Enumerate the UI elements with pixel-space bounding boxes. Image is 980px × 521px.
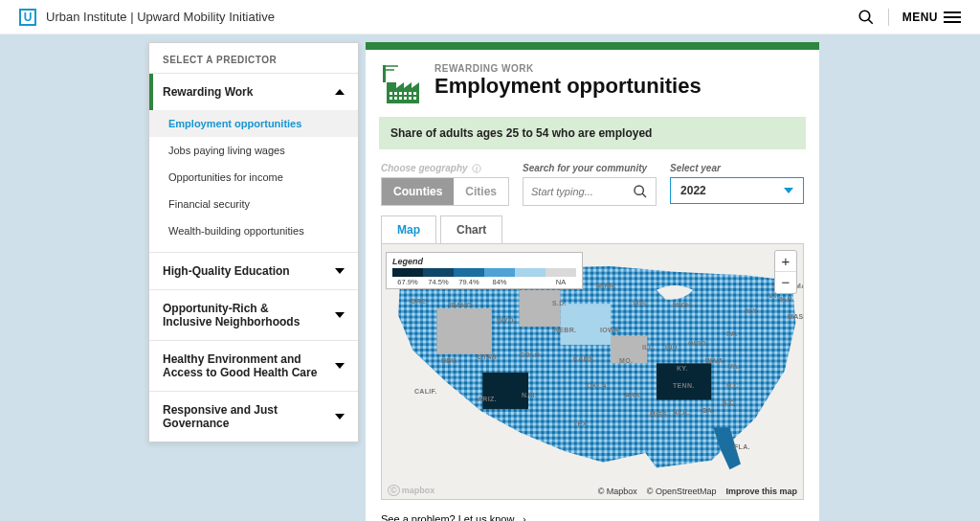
svg-rect-13 (399, 97, 402, 100)
svg-rect-7 (399, 92, 402, 95)
accordion-governance[interactable]: Responsive and Just Governance (149, 391, 358, 442)
svg-rect-8 (404, 92, 407, 95)
community-search[interactable] (523, 177, 657, 206)
svg-rect-26 (611, 336, 647, 364)
year-label: Select year (670, 163, 804, 173)
svg-rect-12 (394, 97, 397, 100)
svg-rect-11 (390, 97, 392, 100)
mapbox-logo: mapbox (388, 486, 434, 495)
svg-rect-24 (482, 373, 528, 409)
choropleth-map[interactable]: WASH.ORE.IDAHOMONT.N.D.S.D.WYO.NEBR.IOWA… (381, 243, 804, 500)
svg-point-0 (859, 11, 870, 21)
svg-rect-28 (561, 304, 612, 345)
tab-map[interactable]: Map (381, 215, 436, 244)
year-value: 2022 (680, 184, 706, 197)
predictor-panel: SELECT A PREDICTOR Rewarding Work Employ… (148, 42, 359, 442)
chevron-down-icon (335, 312, 345, 318)
geo-counties-button[interactable]: Counties (382, 178, 454, 205)
search-label: Search for your community (523, 163, 657, 173)
search-input[interactable] (531, 186, 627, 197)
geo-toggle: Counties Cities (381, 177, 509, 206)
problem-link[interactable]: See a problem? Let us know. › (381, 513, 526, 521)
svg-line-1 (868, 19, 873, 24)
accordion-label: High-Quality Education (163, 264, 290, 278)
map-legend: Legend 67.9%74.5%79.4%84%NA (386, 252, 583, 289)
accordion-label: Opportunity-Rich & Inclusive Neighborhoo… (163, 302, 316, 328)
chevron-down-icon (335, 268, 345, 274)
chevron-down-icon (335, 363, 345, 369)
breadcrumb: REWARDING WORK (434, 63, 702, 74)
svg-rect-6 (394, 92, 397, 95)
geo-label: Choose geography i (381, 163, 509, 173)
app-header: U Urban Institute | Upward Mobility Init… (0, 0, 980, 34)
svg-rect-9 (409, 92, 412, 95)
accent-bar (366, 42, 819, 50)
svg-rect-27 (436, 308, 491, 354)
sidebar-item-employment[interactable]: Employment opportunities (149, 110, 358, 137)
svg-text:i: i (476, 165, 478, 171)
sidebar-item-income[interactable]: Opportunities for income (149, 164, 358, 191)
attrib-osm[interactable]: © OpenStreetMap (647, 487, 717, 496)
svg-rect-16 (413, 97, 416, 100)
brand-logo: U (19, 9, 36, 26)
page-title: Employment opportunities (434, 74, 702, 99)
svg-rect-25 (657, 363, 711, 399)
zoom-in-button[interactable]: + (775, 251, 796, 272)
svg-rect-14 (404, 97, 407, 100)
factory-icon (381, 63, 423, 105)
hamburger-icon (944, 11, 961, 23)
accordion-label: Responsive and Just Governance (163, 403, 335, 430)
search-icon[interactable] (633, 184, 648, 199)
svg-point-19 (635, 186, 643, 194)
chevron-up-icon (335, 89, 345, 95)
chevron-down-icon (784, 188, 793, 193)
accordion-label: Rewarding Work (163, 85, 253, 99)
svg-rect-29 (519, 290, 560, 327)
accordion-education[interactable]: High-Quality Education (149, 252, 358, 289)
sidebar-item-financial-security[interactable]: Financial security (149, 191, 358, 217)
svg-rect-15 (409, 97, 412, 100)
year-select[interactable]: 2022 (670, 177, 804, 204)
sidebar-item-wealth[interactable]: Wealth-building opportunities (149, 217, 358, 244)
feedback-row: See a problem? Let us know. › (381, 500, 804, 521)
map-attribution: © Mapbox © OpenStreetMap Improve this ma… (598, 487, 797, 496)
divider (888, 9, 889, 26)
main-panel: REWARDING WORK Employment opportunities … (366, 42, 819, 521)
attrib-mapbox[interactable]: © Mapbox (598, 487, 637, 496)
view-tabs: Map Chart (381, 215, 804, 244)
zoom-control: + − (774, 250, 797, 294)
svg-line-20 (642, 193, 646, 197)
chevron-down-icon (335, 414, 345, 419)
accordion-children: Employment opportunities Jobs paying liv… (149, 110, 358, 252)
zoom-out-button[interactable]: − (775, 272, 796, 293)
menu-label: MENU (902, 11, 938, 24)
menu-button[interactable]: MENU (902, 11, 961, 24)
svg-rect-5 (390, 92, 392, 95)
geo-cities-button[interactable]: Cities (454, 178, 508, 205)
svg-rect-10 (413, 92, 416, 95)
legend-title: Legend (392, 257, 576, 266)
metric-description: Share of adults ages 25 to 54 who are em… (379, 117, 806, 149)
attrib-improve[interactable]: Improve this map (725, 487, 797, 496)
predictor-panel-title: SELECT A PREDICTOR (149, 43, 358, 73)
brand-title: Urban Institute | Upward Mobility Initia… (46, 10, 858, 24)
svg-rect-2 (383, 65, 386, 82)
tab-chart[interactable]: Chart (440, 215, 502, 244)
info-icon[interactable]: i (472, 164, 481, 173)
search-icon[interactable] (858, 9, 875, 26)
accordion-rewarding-work[interactable]: Rewarding Work Employment opportunities … (149, 73, 358, 252)
accordion-neighborhoods[interactable]: Opportunity-Rich & Inclusive Neighborhoo… (149, 289, 358, 340)
sidebar-item-living-wages[interactable]: Jobs paying living wages (149, 137, 358, 164)
accordion-health[interactable]: Healthy Environment and Access to Good H… (149, 340, 358, 391)
accordion-label: Healthy Environment and Access to Good H… (163, 352, 325, 379)
